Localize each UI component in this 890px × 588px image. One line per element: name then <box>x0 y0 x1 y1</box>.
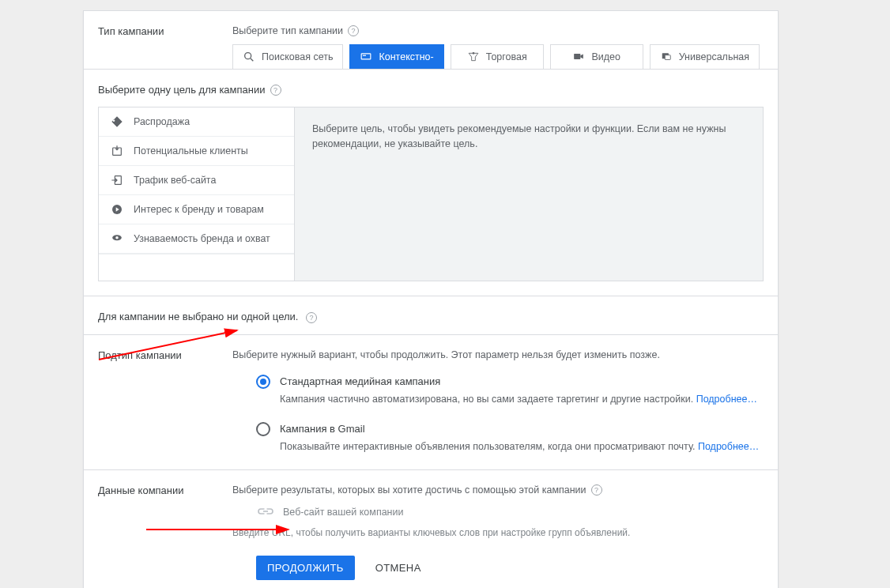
goal-label: Узнаваемость бренда и охват <box>134 233 270 244</box>
goal-label: Трафик веб-сайта <box>134 175 216 186</box>
help-icon[interactable]: ? <box>348 25 359 36</box>
link-icon <box>256 507 275 518</box>
goals-empty-row <box>99 254 294 281</box>
company-label: Данные компании <box>98 484 184 496</box>
radio-indicator <box>256 422 270 436</box>
app-icon <box>660 51 673 62</box>
display-icon <box>360 51 372 62</box>
campaign-type-prompt: Выберите тип кампании <box>232 25 343 36</box>
play-icon <box>110 202 124 217</box>
help-icon[interactable]: ? <box>306 312 317 323</box>
subtype-prompt: Выберите нужный вариант, чтобы продолжит… <box>232 349 764 360</box>
svg-marker-6 <box>581 55 584 59</box>
cancel-button[interactable]: ОТМЕНА <box>375 562 421 574</box>
arrow-in-icon <box>110 173 124 187</box>
goal-label: Потенциальные клиенты <box>134 145 248 156</box>
website-label: Веб-сайт вашей компании <box>283 507 403 518</box>
radio-label: Кампания в Gmail <box>280 423 365 435</box>
tab-label: Поисковая сеть <box>262 51 333 62</box>
section-campaign-type: Тип кампании Выберите тип кампании ? Пои… <box>84 11 778 70</box>
goals-container: Распродажа Потенциальные клиенты Трафик … <box>98 107 764 281</box>
company-prompt: Выберите результаты, которых вы хотите д… <box>232 484 586 496</box>
goal-label: Распродажа <box>134 116 190 127</box>
svg-rect-3 <box>363 55 366 56</box>
goal-item-traffic[interactable]: Трафик веб-сайта <box>99 166 294 195</box>
svg-rect-2 <box>362 54 371 59</box>
tag-icon <box>110 115 124 129</box>
tab-shopping[interactable]: Торговая <box>451 44 544 70</box>
radio-option-standard[interactable]: Стандартная медийная кампания Кампания ч… <box>256 375 764 405</box>
search-icon <box>243 51 255 62</box>
svg-point-0 <box>245 53 251 59</box>
goals-prompt: Выберите одну цель для кампании <box>98 84 266 96</box>
radio-description: Показывайте интерактивные объявления пол… <box>280 441 764 452</box>
website-row[interactable]: Веб-сайт вашей компании <box>256 507 764 518</box>
continue-button[interactable]: ПРОДОЛЖИТЬ <box>256 556 355 580</box>
section-company: Данные компании Выберите результаты, кот… <box>84 470 778 588</box>
radio-label: Стандартная медийная кампания <box>280 375 440 387</box>
goal-item-leads[interactable]: Потенциальные клиенты <box>99 137 294 166</box>
tab-universal[interactable]: Универсальная <box>650 44 760 70</box>
campaign-type-label: Тип кампании <box>98 25 164 37</box>
help-icon[interactable]: ? <box>591 484 602 496</box>
section-goals: Выберите одну цель для кампании ? Распро… <box>84 69 778 296</box>
svg-line-1 <box>251 58 253 61</box>
eye-icon <box>110 232 124 246</box>
tab-label: Универсальная <box>679 51 749 62</box>
lead-icon <box>110 144 124 158</box>
goal-label: Интерес к бренду и товарам <box>134 204 264 215</box>
goal-item-sale[interactable]: Распродажа <box>99 107 294 137</box>
help-icon[interactable]: ? <box>270 85 281 96</box>
tab-display[interactable]: Контекстно- <box>349 44 443 70</box>
campaign-setup-card: Тип кампании Выберите тип кампании ? Пои… <box>83 10 779 588</box>
button-row: ПРОДОЛЖИТЬ ОТМЕНА <box>256 556 764 588</box>
svg-rect-8 <box>665 55 670 60</box>
tab-video[interactable]: Видео <box>550 44 643 70</box>
goals-list: Распродажа Потенциальные клиенты Трафик … <box>99 107 295 281</box>
goal-item-brand-interest[interactable]: Интерес к бренду и товарам <box>99 195 294 224</box>
tab-label: Торговая <box>486 51 527 62</box>
svg-point-14 <box>115 236 119 239</box>
radio-description: Кампания частично автоматизирована, но в… <box>280 394 764 405</box>
no-goal-selected-row: Для кампании не выбрано ни одной цели. ? <box>84 296 778 335</box>
url-hint: Введите URL, чтобы получить варианты клю… <box>232 527 764 538</box>
goals-help-text: Выберите цель, чтобы увидеть рекомендуем… <box>295 107 763 281</box>
svg-rect-5 <box>575 54 581 59</box>
tab-label: Видео <box>591 51 620 62</box>
subtype-label: Подтип кампании <box>98 349 182 361</box>
learn-more-link[interactable]: Подробнее… <box>698 441 759 452</box>
video-icon <box>572 51 585 62</box>
section-subtype: Подтип кампании Выберите нужный вариант,… <box>84 335 778 470</box>
no-goal-text: Для кампании не выбрано ни одной цели. <box>98 311 298 322</box>
tab-search[interactable]: Поисковая сеть <box>232 44 343 70</box>
svg-rect-4 <box>473 52 474 54</box>
radio-indicator <box>256 375 270 389</box>
learn-more-link[interactable]: Подробнее… <box>696 394 757 405</box>
campaign-type-tabs: Поисковая сеть Контекстно- Торговая <box>232 44 764 70</box>
tab-label: Контекстно- <box>379 51 433 62</box>
shopping-icon <box>467 51 480 62</box>
radio-option-gmail[interactable]: Кампания в Gmail Показывайте интерактивн… <box>256 422 764 452</box>
goal-item-awareness[interactable]: Узнаваемость бренда и охват <box>99 224 294 254</box>
